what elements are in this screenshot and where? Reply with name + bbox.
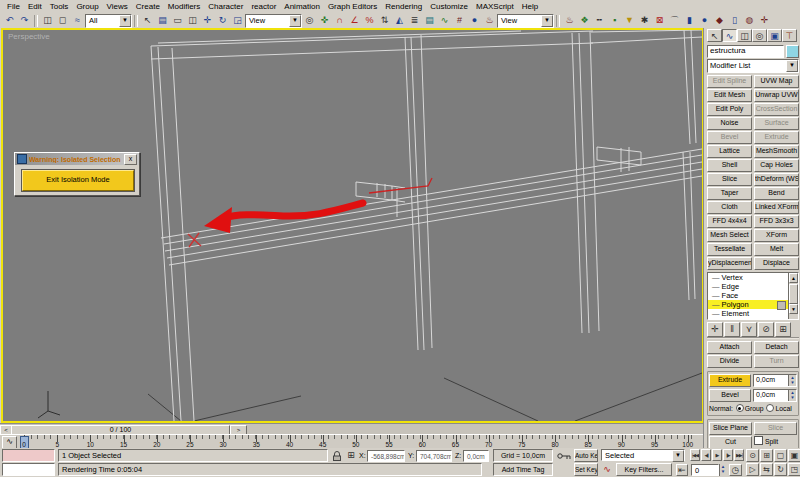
perspective-viewport[interactable]: Perspective Warning: Isolated Selection … xyxy=(1,28,704,423)
divide-button[interactable]: Divide xyxy=(707,355,752,368)
modifier-button[interactable]: Melt xyxy=(754,243,799,256)
spinner-snap-icon[interactable]: ⇅ xyxy=(377,14,392,27)
rect-selection-region-icon[interactable]: ▭ xyxy=(170,14,185,27)
bind-spacewarp-icon[interactable]: ≈ xyxy=(70,14,85,27)
scroll-thumb[interactable] xyxy=(789,284,798,304)
percent-snap-icon[interactable]: % xyxy=(362,14,377,27)
slice-plane-button[interactable]: Slice Plane xyxy=(709,422,752,435)
modifier-button[interactable]: Tessellate xyxy=(707,243,752,256)
modifier-button[interactable]: FFD 4x4x4 xyxy=(707,215,752,228)
set-key-button[interactable]: Set Key xyxy=(574,463,598,476)
key-mode-toggle-icon[interactable]: ⇤ xyxy=(676,464,688,476)
stack-scrollbar[interactable]: ▲▼ xyxy=(788,273,798,319)
exit-isolation-button[interactable]: Exit Isolation Mode xyxy=(22,170,134,191)
chevron-down-icon[interactable]: ▼ xyxy=(289,15,301,27)
auto-key-button[interactable]: Auto Key xyxy=(574,449,598,462)
menu-item[interactable]: Edit xyxy=(24,2,46,11)
chevron-down-icon[interactable]: ▼ xyxy=(119,15,131,27)
modifier-button[interactable]: MeshSmooth xyxy=(754,145,799,158)
tab-modify[interactable]: ∿ xyxy=(722,29,737,42)
menu-item[interactable]: Group xyxy=(72,2,102,11)
modifier-button[interactable]: Edit Spline xyxy=(707,75,752,88)
render-type-dropdown[interactable]: View▼ xyxy=(497,14,554,28)
angle-snap-icon[interactable]: ∠ xyxy=(347,14,362,27)
select-rotate-icon[interactable]: ↻ xyxy=(215,14,230,27)
material-editor-icon[interactable]: ● xyxy=(467,14,482,27)
selection-filter-dropdown[interactable]: All▼ xyxy=(85,14,132,28)
add-time-tag[interactable]: Add Time Tag xyxy=(493,463,553,476)
arc-rotate-icon[interactable]: ↻ xyxy=(774,463,787,476)
zoom-icon[interactable]: ⊙ xyxy=(746,449,759,462)
configure-modifier-sets-icon[interactable]: ⊞ xyxy=(775,322,791,337)
menu-item[interactable]: File xyxy=(3,2,24,11)
bevel-amount-field[interactable]: 0,0cm▲▼ xyxy=(753,389,797,402)
modifier-button[interactable]: XForm xyxy=(754,229,799,242)
pan-icon[interactable]: ⇆ xyxy=(760,463,773,476)
coord-x-field[interactable]: -568,898cm xyxy=(367,450,405,462)
field-of-view-icon[interactable]: ▷ xyxy=(746,463,759,476)
stack-subobject-row[interactable]: Element xyxy=(708,309,788,318)
select-scale-icon[interactable]: ◲ xyxy=(230,14,245,27)
zoom-all-icon[interactable]: ⊞ xyxy=(760,449,773,462)
window-crossing-icon[interactable]: ◫ xyxy=(185,14,200,27)
reference-coordinate-dropdown[interactable]: View▼ xyxy=(245,14,302,28)
menu-item[interactable]: Graph Editors xyxy=(324,2,381,11)
modifier-button[interactable]: Noise xyxy=(707,117,752,130)
go-to-start-button[interactable]: |◀◀ xyxy=(690,449,700,461)
extrude-amount-field[interactable]: 0,0cm▲▼ xyxy=(753,374,797,387)
chevron-down-icon[interactable]: ▼ xyxy=(541,15,553,27)
modifier-button[interactable]: Lattice xyxy=(707,145,752,158)
menu-item[interactable]: Help xyxy=(518,2,542,11)
attach-button[interactable]: Attach xyxy=(707,341,752,354)
chevron-down-icon[interactable]: ▼ xyxy=(672,450,684,462)
make-unique-icon[interactable]: ⋎ xyxy=(741,322,757,337)
modifier-button[interactable]: UVW Map xyxy=(754,75,799,88)
modifier-button[interactable]: Extrude xyxy=(754,131,799,144)
modifier-button[interactable]: Edit Mesh xyxy=(707,89,752,102)
zoom-extents-icon[interactable]: ▢ xyxy=(774,449,787,462)
zoom-extents-all-icon[interactable]: ▣ xyxy=(788,449,800,462)
previous-frame-button[interactable]: ◀| xyxy=(701,449,711,461)
chevron-down-icon[interactable]: ▼ xyxy=(786,60,798,72)
modifier-list-dropdown[interactable]: Modifier List ▼ xyxy=(707,59,799,73)
menu-item[interactable]: Views xyxy=(103,2,132,11)
menu-item[interactable]: MAXScript xyxy=(472,2,518,11)
set-keys-key-icon[interactable] xyxy=(556,450,572,463)
viewport-label[interactable]: Perspective xyxy=(8,32,50,41)
render-scene-icon[interactable]: ♨ xyxy=(482,14,497,27)
modifier-button[interactable]: CrossSection xyxy=(754,103,799,116)
stack-subobject-row[interactable]: Face xyxy=(708,291,788,300)
modifier-button[interactable]: Taper xyxy=(707,187,752,200)
select-by-name-icon[interactable]: ▤ xyxy=(155,14,170,27)
coord-y-field[interactable]: 704,708cm xyxy=(416,450,452,462)
min-max-toggle-icon[interactable]: ◳ xyxy=(788,463,800,476)
modifier-button[interactable]: FFD 3x3x3 xyxy=(754,215,799,228)
select-link-icon[interactable]: ◫ xyxy=(40,14,55,27)
tab-motion[interactable]: ◎ xyxy=(752,29,767,42)
modifier-button[interactable]: thDeform (WS xyxy=(754,173,799,186)
key-filters-button[interactable]: Key Filters... xyxy=(616,463,672,476)
modifier-button[interactable]: Bevel xyxy=(707,131,752,144)
spinner-icon[interactable]: ▲▼ xyxy=(788,375,796,386)
next-frame-button[interactable]: |▶ xyxy=(723,449,733,461)
box-icon[interactable]: ▮ xyxy=(682,14,697,27)
bone-icon[interactable]: ✱ xyxy=(637,14,652,27)
stack-subobject-row[interactable]: Polygon xyxy=(708,300,788,309)
dotted-helper-icon[interactable]: ❖ xyxy=(577,14,592,27)
selected-filter-dropdown[interactable]: Selected▼ xyxy=(601,449,685,461)
menu-item[interactable]: reactor xyxy=(247,2,280,11)
curve-editor-icon[interactable]: ∿ xyxy=(437,14,452,27)
modifier-button[interactable]: yDisplacement xyxy=(707,257,752,270)
cylinder-icon[interactable]: ▯ xyxy=(727,14,742,27)
modifier-button[interactable]: Unwrap UVW xyxy=(754,89,799,102)
trajectory-icon[interactable]: ╍ xyxy=(592,14,607,27)
axis-tripod-icon[interactable]: ✛ xyxy=(757,14,772,27)
modifier-button[interactable]: Edit Poly xyxy=(707,103,752,116)
play-button[interactable]: ▶ xyxy=(712,449,722,461)
keyframe-icon[interactable]: ▪ xyxy=(607,14,622,27)
absolute-offset-toggle-icon[interactable]: ⊞ xyxy=(345,450,357,462)
modifier-button[interactable]: Cloth xyxy=(707,201,752,214)
tab-utilities[interactable]: ⊤ xyxy=(782,29,797,42)
menu-item[interactable]: Character xyxy=(204,2,247,11)
go-to-end-button[interactable]: ▶▶| xyxy=(734,449,744,461)
